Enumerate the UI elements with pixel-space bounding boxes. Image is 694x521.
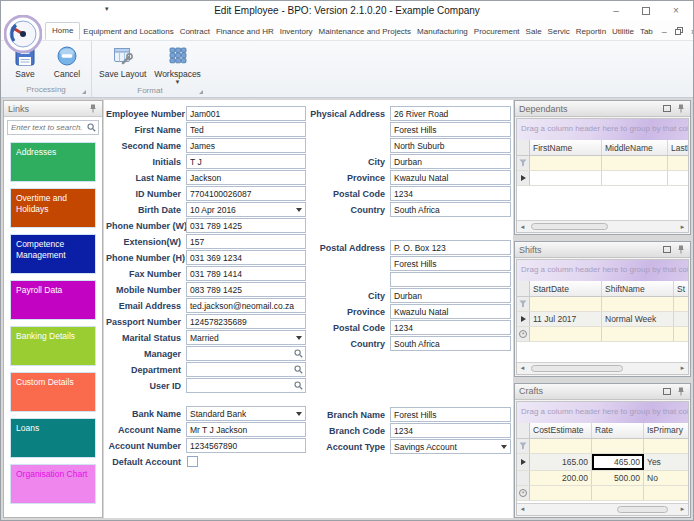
pin-icon[interactable] [676,104,686,114]
link-overtime-and-holidays[interactable]: Overtime and Holidays [10,188,96,228]
branch-code-input[interactable] [391,426,510,436]
account-number-input[interactable] [187,441,305,451]
chevron-down-icon[interactable] [498,440,510,453]
tab-utilitie[interactable]: Utilitie [609,24,637,40]
passport-number-input[interactable] [187,317,305,327]
bank-name-combo[interactable] [186,406,306,421]
postal-city-input[interactable] [391,291,510,301]
postal-country-input[interactable] [391,339,510,349]
account-name-input[interactable] [187,425,305,435]
scroll-right-icon[interactable]: ► [677,365,688,371]
pin-icon[interactable] [676,245,686,255]
new-row[interactable]: * [517,486,688,501]
search-icon[interactable] [292,381,305,390]
account-type-combo[interactable] [390,439,511,454]
marital-status-combo[interactable] [186,330,306,345]
physical-address-line3-input[interactable] [391,141,510,151]
horizontal-scrollbar[interactable]: ◄ ► [517,362,688,374]
tab-manufacturing[interactable]: Manufacturing [414,24,471,40]
tab-equipment-and-locations[interactable]: Equipment and Locations [80,24,176,40]
tab-inventory[interactable]: Inventory [277,24,316,40]
chevron-down-icon[interactable] [293,331,305,344]
window-minimize-button[interactable]: – [601,1,631,20]
focused-cell[interactable]: 465.00 [592,454,644,470]
column-header-rate[interactable]: Rate [592,423,644,438]
window-maximize-button[interactable] [631,1,661,20]
first-name-input[interactable] [187,125,305,135]
mdi-close-button[interactable]: × [691,28,693,37]
link-organisation-chart[interactable]: Organisation Chart [10,464,96,504]
user-id-lookup[interactable] [186,378,306,393]
search-icon[interactable] [85,123,98,132]
scroll-right-icon[interactable]: ► [677,506,688,512]
app-logo-icon[interactable] [4,15,42,53]
phone-h-input[interactable] [187,253,305,263]
tab-tab[interactable]: Tab [637,24,656,40]
mobile-number-input[interactable] [187,285,305,295]
column-header-lastname[interactable]: LastN [668,140,688,155]
email-address-input[interactable] [187,301,305,311]
postal-postal-code-input[interactable] [391,323,510,333]
extension-w-input[interactable] [187,237,305,247]
chevron-down-icon[interactable] [293,407,305,420]
pin-icon[interactable] [676,386,686,396]
quick-access-caret-icon[interactable]: ▾ [105,5,109,13]
filter-row[interactable] [517,156,688,171]
second-name-input[interactable] [187,141,305,151]
chevron-down-icon[interactable] [293,203,305,216]
scroll-right-icon[interactable]: ► [677,224,688,230]
fax-number-input[interactable] [187,269,305,279]
filter-row[interactable] [517,439,688,454]
scrollbar-thumb[interactable] [531,365,623,372]
group-by-drop-zone[interactable]: Drag a column header here to group by th… [517,119,688,140]
maximize-icon[interactable] [662,104,672,114]
employee-number-input[interactable] [187,109,305,119]
birth-date-combo[interactable] [186,202,306,217]
tab-reportin[interactable]: Reportin [573,24,609,40]
table-row[interactable] [517,171,688,186]
postal-province-input[interactable] [391,307,510,317]
scroll-left-icon[interactable]: ◄ [517,506,528,512]
tab-servic[interactable]: Servic [545,24,573,40]
physical-postal-code-input[interactable] [391,189,510,199]
column-header-middlename[interactable]: MiddleName [602,140,668,155]
column-header-shiftname[interactable]: ShiftName [602,281,674,296]
tab-maintenance-and-projects[interactable]: Maintenance and Projects [316,24,415,40]
maximize-icon[interactable] [662,245,672,255]
column-header-isprimary[interactable]: IsPrimary [644,423,688,438]
tab-contract[interactable]: Contract [177,24,213,40]
scrollbar-thumb[interactable] [617,506,668,513]
department-lookup[interactable] [186,362,306,377]
workspaces-button[interactable]: Workspaces ▼ [150,43,205,85]
physical-city-input[interactable] [391,157,510,167]
pin-icon[interactable] [88,104,98,114]
links-search-input[interactable] [8,123,85,132]
column-header-costestimate[interactable]: CostEstimate [530,423,592,438]
branch-name-input[interactable] [391,410,510,420]
phone-w-input[interactable] [187,221,305,231]
birth-date-input[interactable] [187,205,293,215]
group-by-drop-zone[interactable]: Drag a column header here to group by th… [517,260,688,281]
horizontal-scrollbar[interactable]: ◄ ► [517,220,688,232]
group-by-drop-zone[interactable]: Drag a column header here to group by th… [517,402,688,423]
manager-lookup[interactable] [186,346,306,361]
table-row[interactable]: 11 Jul 2017 Normal Week [517,312,688,327]
column-header-startdate[interactable]: StartDate [530,281,602,296]
horizontal-scrollbar[interactable]: ◄ ► [517,503,688,515]
link-payroll-data[interactable]: Payroll Data [10,280,96,320]
scroll-left-icon[interactable]: ◄ [517,224,528,230]
column-header-truncated[interactable]: St [674,281,688,296]
column-header-firstname[interactable]: FirstName [530,140,602,155]
save-layout-button[interactable]: Save Layout [95,43,150,79]
link-banking-details[interactable]: Banking Details [10,326,96,366]
postal-address-line1-input[interactable] [391,243,510,253]
link-competence-management[interactable]: Competence Management [10,234,96,274]
manager-input[interactable] [187,349,292,359]
tab-home[interactable]: Home [45,22,80,40]
user-id-input[interactable] [187,381,292,391]
postal-address-line2-input[interactable] [391,259,510,269]
scrollbar-thumb[interactable] [531,223,608,230]
window-close-button[interactable]: × [661,1,691,20]
mdi-restore-button[interactable] [675,27,683,37]
filter-row[interactable] [517,297,688,312]
